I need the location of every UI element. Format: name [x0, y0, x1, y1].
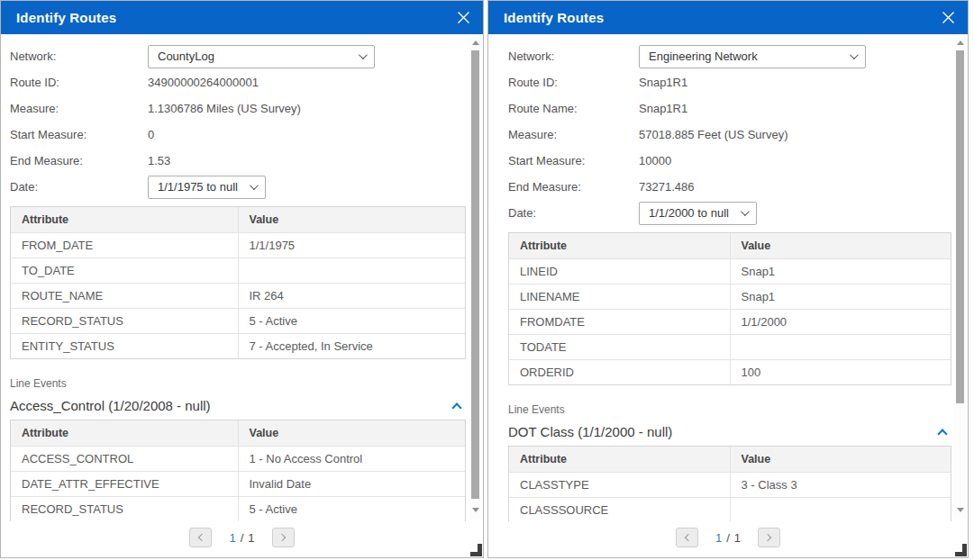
page-indicator: 1 / 1: [715, 531, 741, 545]
date-dropdown[interactable]: 1/1/2000 to null: [639, 202, 757, 225]
line-events-section-header[interactable]: DOT Class (1/1/2000 - null): [508, 423, 951, 439]
table-cell: 5 - Active: [238, 497, 466, 521]
line-events-table: AttributeValueACCESS_CONTROL1 - No Acces…: [10, 420, 466, 521]
dropdown-value: 1/1/1975 to null: [158, 180, 238, 194]
dropdown-value: Engineering Network: [649, 50, 758, 63]
chevron-down-icon: [250, 181, 259, 190]
chevron-left-icon: [198, 534, 205, 541]
chevron-right-icon: [764, 534, 771, 541]
field-value: 73271.486: [639, 180, 694, 194]
scroll-up-icon[interactable]: [957, 41, 964, 45]
window-header[interactable]: Identify Routes: [1, 1, 483, 34]
field-value: Snap1R1: [639, 102, 687, 115]
scrollbar-thumb[interactable]: [956, 50, 964, 403]
table-cell: TODATE: [509, 335, 730, 359]
table-cell: ORDERID: [509, 360, 730, 384]
field-label: Date:: [508, 206, 639, 220]
table-cell: [730, 498, 951, 521]
current-page: 1: [715, 531, 722, 545]
field-label: Route ID:: [10, 76, 148, 89]
date-dropdown[interactable]: 1/1/1975 to null: [148, 176, 266, 199]
table-cell: ENTITY_STATUS: [11, 334, 238, 358]
field-list: Network:CountyLogRoute ID:34900000264000…: [10, 43, 465, 200]
window-title: Identify Routes: [504, 10, 604, 25]
network-dropdown[interactable]: Engineering Network: [639, 45, 866, 68]
column-header: Attribute: [11, 420, 238, 446]
field-label: End Measure:: [508, 180, 639, 194]
page-separator: /: [726, 531, 730, 545]
scroll-down-icon[interactable]: [957, 508, 964, 512]
table-cell: 1 - No Access Control: [238, 447, 466, 471]
line-events-section-title: Access_Control (1/20/2008 - null): [10, 398, 211, 413]
column-header: Attribute: [11, 207, 238, 232]
next-page-button[interactable]: [758, 528, 780, 547]
field-value: 0: [148, 128, 154, 141]
field-label: Measure:: [10, 102, 148, 115]
column-header: Value: [238, 207, 466, 232]
scrollbar-thumb[interactable]: [471, 50, 479, 499]
table-row: RECORD_STATUS5 - Active: [11, 308, 465, 333]
table-cell: Invalid Date: [238, 472, 466, 496]
table-row: RECORD_STATUS5 - Active: [11, 496, 465, 521]
table-cell: RECORD_STATUS: [11, 497, 238, 521]
field-row: Measure:1.1306786 Miles (US Survey): [10, 95, 465, 122]
table-row: ACCESS_CONTROL1 - No Access Control: [11, 446, 465, 471]
field-row: Measure:57018.885 Feet (US Survey): [508, 122, 950, 148]
field-label: Start Measure:: [508, 154, 639, 167]
column-header: Attribute: [509, 233, 730, 258]
table-header-row: AttributeValue: [11, 420, 465, 446]
table-row: ENTITY_STATUS7 - Accepted, In Service: [11, 333, 465, 358]
table-cell: 5 - Active: [238, 309, 466, 333]
table-cell: 7 - Accepted, In Service: [238, 334, 466, 358]
table-cell: 1/1/2000: [730, 310, 951, 334]
table-header-row: AttributeValue: [509, 447, 951, 472]
field-label: Route ID:: [508, 76, 639, 89]
chevron-right-icon: [278, 534, 285, 541]
scrollbar[interactable]: [954, 36, 967, 519]
line-events-table: AttributeValueCLASSTYPE3 - Class 3CLASSS…: [508, 446, 951, 521]
attribute-table: AttributeValueFROM_DATE1/1/1975TO_DATERO…: [10, 206, 466, 359]
field-row: Network:CountyLog: [10, 43, 465, 69]
table-row: DATE_ATTR_EFFECTIVEInvalid Date: [11, 471, 465, 496]
close-icon[interactable]: [456, 10, 471, 25]
table-cell: Snap1: [730, 285, 951, 309]
chevron-up-icon[interactable]: [451, 402, 461, 412]
panel-content: Network:CountyLogRoute ID:34900000264000…: [1, 34, 469, 521]
scrollbar[interactable]: [469, 36, 482, 519]
resize-grip[interactable]: [470, 544, 482, 556]
network-dropdown[interactable]: CountyLog: [148, 45, 375, 68]
line-events-label: Line Events: [10, 377, 465, 390]
table-cell: ACCESS_CONTROL: [11, 447, 238, 471]
field-label: Network:: [10, 50, 148, 63]
identify-routes-window-left: Identify Routes Network:CountyLogRoute I…: [0, 0, 484, 558]
next-page-button[interactable]: [272, 528, 295, 547]
chevron-left-icon: [685, 534, 692, 541]
resize-grip[interactable]: [955, 544, 967, 556]
prev-page-button[interactable]: [189, 528, 212, 547]
field-row: Route ID:34900000264000001: [10, 69, 465, 95]
field-row: Start Measure:0: [10, 122, 465, 148]
line-events-section-title: DOT Class (1/1/2000 - null): [508, 424, 672, 439]
table-cell: [730, 335, 951, 359]
window-header[interactable]: Identify Routes: [488, 1, 968, 34]
table-row: FROMDATE1/1/2000: [509, 309, 951, 334]
field-label: Network:: [508, 50, 639, 63]
scroll-up-icon[interactable]: [472, 41, 479, 45]
field-value: 57018.885 Feet (US Survey): [639, 128, 787, 141]
table-cell: Snap1: [730, 259, 951, 284]
close-icon[interactable]: [941, 10, 956, 25]
table-cell: FROM_DATE: [11, 233, 238, 257]
chevron-up-icon[interactable]: [937, 429, 947, 438]
field-value: 1.53: [148, 154, 170, 167]
table-cell: TO_DATE: [11, 258, 238, 283]
table-cell: RECORD_STATUS: [11, 309, 238, 333]
table-cell: CLASSSOURCE: [509, 498, 730, 521]
table-row: ORDERID100: [509, 359, 951, 384]
line-events-section-header[interactable]: Access_Control (1/20/2008 - null): [10, 397, 466, 413]
field-row: Route Name:Snap1R1: [508, 95, 950, 122]
chevron-down-icon: [359, 50, 368, 59]
scroll-down-icon[interactable]: [472, 508, 479, 512]
prev-page-button[interactable]: [676, 528, 698, 547]
column-header: Value: [730, 447, 951, 472]
total-pages: 1: [734, 531, 741, 545]
